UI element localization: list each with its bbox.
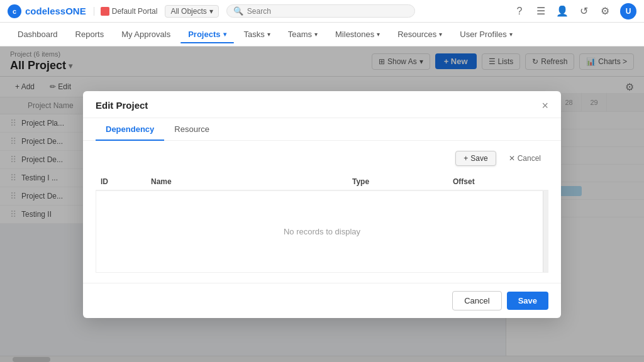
modal-tabs: Dependency Resource <box>83 118 561 141</box>
nav-item-user-profiles[interactable]: User Profiles ▾ <box>452 26 519 43</box>
chevron-down-icon: ▾ <box>209 7 213 16</box>
modal-body: + Save ✕ Cancel ID Name Type Offset <box>83 141 561 283</box>
all-objects-dropdown[interactable]: All Objects ▾ <box>165 5 218 18</box>
modal-title: Edit Project <box>96 100 148 111</box>
search-input[interactable] <box>247 7 408 16</box>
no-records-label: No records to display <box>284 227 360 236</box>
chevron-down-icon: ▾ <box>314 31 318 38</box>
nav-item-tasks[interactable]: Tasks ▾ <box>236 26 278 43</box>
avatar[interactable]: U <box>620 3 636 19</box>
th-id: ID <box>96 177 146 186</box>
menu-icon[interactable]: ☰ <box>535 5 547 18</box>
footer-save-button[interactable]: Save <box>507 292 548 310</box>
nav-item-projects[interactable]: Projects ▾ <box>180 26 233 43</box>
nav-item-milestones[interactable]: Milestones ▾ <box>328 26 387 43</box>
modal-overlay[interactable]: Edit Project × Dependency Resource + Sav… <box>0 47 644 362</box>
settings-icon[interactable]: ⚙ <box>599 5 611 18</box>
vertical-scrollbar[interactable] <box>543 191 548 272</box>
history-icon[interactable]: ↺ <box>577 5 590 18</box>
nav-item-reports[interactable]: Reports <box>68 26 112 43</box>
th-type: Type <box>347 177 448 186</box>
search-box[interactable]: 🔍 <box>226 4 415 18</box>
modal-close-button[interactable]: × <box>541 100 548 111</box>
inline-save-button[interactable]: + Save <box>455 151 496 166</box>
dependency-table-body: No records to display <box>96 191 548 273</box>
modal-inline-toolbar: + Save ✕ Cancel <box>96 151 548 166</box>
user-add-icon[interactable]: 👤 <box>556 5 569 18</box>
dependency-table-header: ID Name Type Offset <box>96 173 548 191</box>
search-icon: 🔍 <box>233 6 243 16</box>
logo-icon: c <box>8 4 21 18</box>
edit-project-modal: Edit Project × Dependency Resource + Sav… <box>83 91 561 318</box>
nav-item-resources[interactable]: Resources ▾ <box>390 26 450 43</box>
help-icon[interactable]: ? <box>513 5 526 18</box>
portal-badge[interactable]: Default Portal <box>94 7 158 16</box>
nav-item-my-approvals[interactable]: My Approvals <box>114 26 178 43</box>
nav-item-teams[interactable]: Teams ▾ <box>280 26 325 43</box>
th-offset: Offset <box>448 177 523 186</box>
chevron-down-icon: ▾ <box>223 31 226 38</box>
nav-bar: Dashboard Reports My Approvals Projects … <box>0 23 644 47</box>
x-icon: ✕ <box>509 154 515 163</box>
chevron-down-icon: ▾ <box>439 31 442 38</box>
portal-icon <box>101 7 109 16</box>
modal-header: Edit Project × <box>83 91 561 118</box>
plus-icon: + <box>464 154 468 163</box>
inline-cancel-button[interactable]: ✕ Cancel <box>501 151 548 166</box>
chevron-down-icon: ▾ <box>377 31 380 38</box>
tab-dependency[interactable]: Dependency <box>96 118 164 140</box>
chevron-down-icon: ▾ <box>267 31 270 38</box>
top-bar: c codelessONE Default Portal All Objects… <box>0 0 644 23</box>
tab-resource[interactable]: Resource <box>164 118 219 140</box>
nav-item-dashboard[interactable]: Dashboard <box>10 26 65 43</box>
modal-footer: Cancel Save <box>83 283 561 318</box>
content-area: Project (6 items) All Project ▾ ⊞ Show A… <box>0 47 644 362</box>
portal-name: Default Portal <box>112 7 158 16</box>
footer-cancel-button[interactable]: Cancel <box>452 291 501 310</box>
all-objects-label: All Objects <box>170 7 206 16</box>
logo-text: codelessONE <box>25 6 86 16</box>
app-logo[interactable]: c codelessONE <box>8 4 86 18</box>
chevron-down-icon: ▾ <box>509 31 513 38</box>
top-icons: ? ☰ 👤 ↺ ⚙ U <box>513 3 636 19</box>
th-name: Name <box>146 177 347 186</box>
